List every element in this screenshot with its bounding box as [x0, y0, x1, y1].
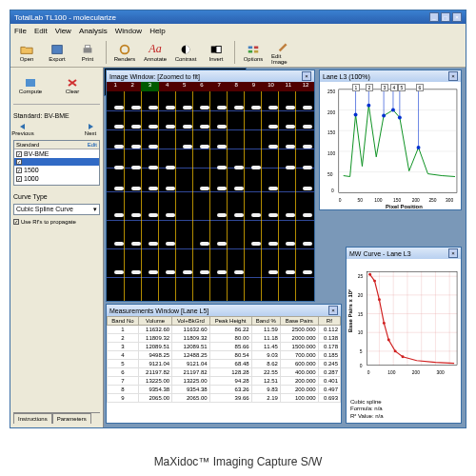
svg-rect-6: [216, 46, 221, 52]
table-header[interactable]: Band %: [251, 317, 280, 326]
svg-rect-25: [339, 89, 457, 192]
table-row[interactable]: 312089.5112089.5185.6611.451500.0000.178: [108, 343, 341, 351]
tab-instructions[interactable]: Instructions: [13, 413, 52, 424]
image-window-title: Image Window: [Zoomed to fit]: [109, 73, 302, 80]
table-row[interactable]: 89354.389354.3863.269.83200.0000.497: [108, 386, 341, 394]
close-icon[interactable]: ×: [448, 71, 458, 81]
close-icon[interactable]: ×: [328, 306, 338, 315]
measurements-title: Measurements Window [Lane L5]: [109, 307, 328, 314]
table-header[interactable]: Rf: [318, 317, 340, 326]
standard-listbox[interactable]: StandardEdit ✓BV-BME ✓ ✓1500 ✓1000 ✓900: [13, 140, 100, 186]
contrast-button[interactable]: Contrast: [173, 40, 198, 65]
menu-help[interactable]: Help: [149, 27, 165, 35]
table-header[interactable]: Vol+BkGrd: [172, 317, 210, 326]
list-item: ✓: [14, 158, 99, 166]
svg-text:Base Pairs x 10²: Base Pairs x 10²: [347, 289, 353, 332]
list-item: ✓1500: [14, 166, 99, 174]
svg-text:0: 0: [331, 188, 334, 193]
svg-text:250: 250: [428, 198, 436, 203]
menu-analysis[interactable]: Analysis: [79, 27, 108, 35]
mw-chart[interactable]: 2520151050 0100200300 Base Pairs x 10² C…: [347, 259, 461, 423]
svg-point-58: [387, 339, 390, 342]
svg-text:10: 10: [358, 330, 364, 335]
app-window: TotalLab TL100 - molecularize _ ▢ × File…: [10, 10, 466, 428]
menu-window[interactable]: Window: [115, 27, 142, 35]
svg-rect-1: [84, 48, 92, 52]
table-header[interactable]: Base Pairs: [280, 317, 318, 326]
table-row[interactable]: 92065.002065.0039.662.19100.0000.693: [108, 394, 341, 403]
measurements-table[interactable]: Band NoVolumeVol+BkGrdPeak HeightBand %B…: [107, 316, 341, 423]
svg-text:250: 250: [327, 89, 335, 94]
svg-text:0: 0: [360, 364, 363, 368]
lane-chart-title: Lane L3 (100%): [323, 73, 448, 80]
svg-point-57: [383, 322, 386, 325]
svg-rect-10: [254, 50, 258, 52]
table-row[interactable]: 59121.049121.0468.488.62600.0000.245: [108, 360, 341, 368]
menu-file[interactable]: File: [14, 27, 27, 35]
table-row[interactable]: 111632.6011632.6086.2211.592500.0000.112: [108, 326, 341, 334]
compute-button[interactable]: Compute: [13, 71, 48, 100]
svg-rect-8: [254, 46, 258, 49]
curve-type-select[interactable]: Cubic Spline Curve▾: [13, 204, 100, 215]
svg-point-38: [382, 114, 386, 118]
svg-text:150: 150: [393, 198, 401, 203]
invert-button[interactable]: Invert: [204, 40, 228, 65]
close-icon[interactable]: ×: [302, 71, 311, 81]
table-header[interactable]: Peak Height: [209, 317, 251, 326]
svg-text:100: 100: [327, 151, 335, 156]
svg-text:50: 50: [358, 198, 364, 203]
clear-button[interactable]: Clear: [55, 71, 89, 100]
gel-image[interactable]: 123456789101112 document.write(Array.fro…: [107, 82, 314, 301]
table-row[interactable]: 713225.0013225.0094.2812.51200.0000.401: [108, 377, 341, 386]
workspace: Compute Clear Standard: BV-BME Previous …: [10, 68, 466, 427]
svg-point-55: [373, 280, 376, 283]
tab-parameters[interactable]: Parameters: [52, 413, 91, 424]
table-header[interactable]: Band No: [108, 317, 139, 326]
svg-point-36: [354, 113, 358, 117]
left-panel: Compute Clear Standard: BV-BME Previous …: [10, 68, 104, 427]
propagate-checkbox[interactable]: ✓: [13, 219, 19, 225]
measurements-window: Measurements Window [Lane L5]× Band NoVo…: [106, 304, 342, 424]
close-button[interactable]: ×: [452, 12, 462, 22]
svg-text:300: 300: [436, 370, 444, 375]
table-row[interactable]: 211809.3211809.3280.0011.182000.0000.138: [108, 334, 341, 343]
table-header[interactable]: Volume: [139, 317, 172, 326]
options-button[interactable]: Options: [241, 40, 266, 65]
print-button[interactable]: Print: [75, 40, 100, 65]
svg-text:200: 200: [412, 198, 420, 203]
svg-text:150: 150: [327, 130, 335, 135]
edit-link[interactable]: Edit: [88, 142, 97, 148]
table-row[interactable]: 49498.2512488.2580.549.03700.0000.185: [108, 351, 341, 360]
menu-view[interactable]: View: [55, 27, 71, 35]
export-button[interactable]: Export: [45, 40, 69, 65]
svg-point-56: [378, 298, 381, 301]
list-item: ✓900: [14, 183, 99, 186]
edit-image-button[interactable]: Edit Image: [271, 40, 296, 65]
close-icon[interactable]: ×: [448, 248, 458, 258]
svg-text:300: 300: [446, 198, 453, 203]
svg-rect-0: [52, 45, 63, 53]
svg-point-60: [402, 355, 405, 358]
chart-xlabel: Pixel Position: [386, 204, 423, 209]
image-window: Image Window: [Zoomed to fit]× 123456789…: [106, 69, 315, 302]
open-button[interactable]: Open: [14, 40, 39, 65]
renders-button[interactable]: Renders: [112, 40, 137, 65]
svg-point-37: [367, 104, 370, 108]
svg-rect-2: [85, 45, 89, 48]
table-row[interactable]: 621197.8221197.82128.2822.55400.0000.287: [108, 368, 341, 377]
menubar: File Edit View Analysis Window Help: [10, 24, 466, 37]
list-item: ✓BV-BME: [14, 149, 99, 158]
maximize-button[interactable]: ▢: [441, 12, 450, 22]
lane-chart[interactable]: 250200150100500 050100150200250300 Pixel…: [320, 82, 461, 209]
titlebar: TotalLab TL100 - molecularize _ ▢ ×: [10, 10, 466, 24]
annotate-button[interactable]: AaAnnotate: [143, 40, 168, 65]
previous-button[interactable]: Previous: [13, 123, 32, 136]
list-item: ✓1000: [14, 174, 99, 183]
chevron-down-icon: ▾: [93, 206, 97, 213]
minimize-button[interactable]: _: [429, 12, 439, 22]
svg-rect-11: [26, 79, 35, 87]
next-button[interactable]: Next: [81, 123, 100, 136]
menu-edit[interactable]: Edit: [34, 27, 48, 35]
svg-point-41: [417, 146, 421, 149]
svg-text:100: 100: [387, 370, 395, 375]
